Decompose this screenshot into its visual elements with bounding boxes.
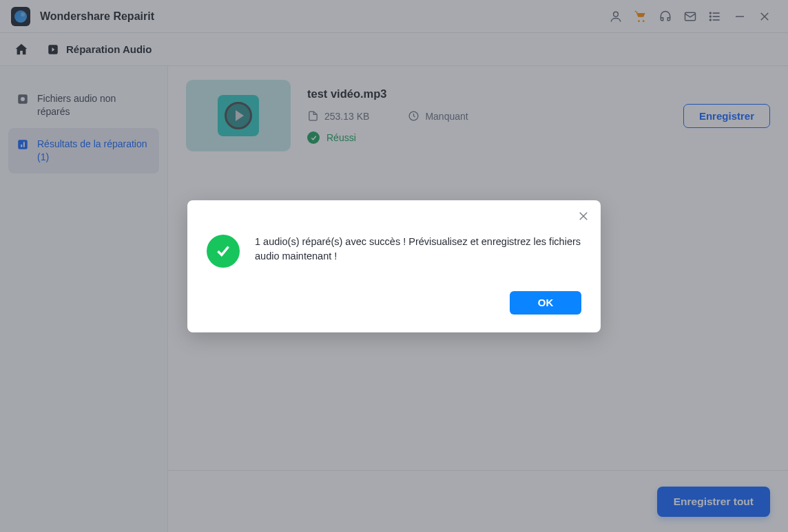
modal-overlay: 1 audio(s) réparé(s) avec succès ! Prévi…: [0, 0, 788, 532]
ok-button[interactable]: OK: [510, 291, 581, 315]
dialog-message: 1 audio(s) réparé(s) avec succès ! Prévi…: [255, 235, 581, 268]
success-dialog: 1 audio(s) réparé(s) avec succès ! Prévi…: [187, 200, 601, 332]
success-check-icon: [207, 235, 240, 268]
dialog-close-button[interactable]: [577, 210, 590, 222]
